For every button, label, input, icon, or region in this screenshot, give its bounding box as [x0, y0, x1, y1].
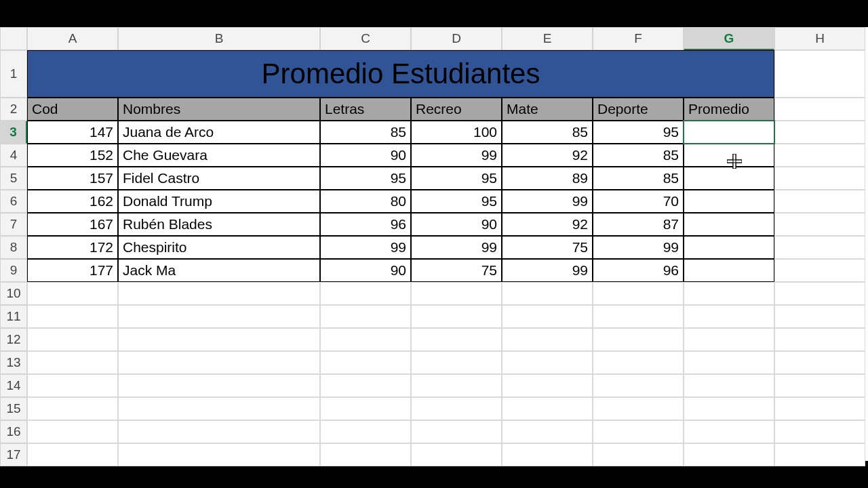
cell-E3[interactable]: 85: [502, 121, 593, 144]
cell-A12[interactable]: [27, 328, 118, 351]
cell-G17[interactable]: [684, 443, 774, 466]
title-cell[interactable]: Promedio Estudiantes: [27, 50, 774, 98]
header-promedio[interactable]: Promedio: [684, 98, 774, 121]
cell-B4[interactable]: Che Guevara: [118, 144, 320, 167]
cell-F11[interactable]: [593, 305, 684, 328]
row-header-4[interactable]: 4: [0, 144, 27, 167]
cell-C6[interactable]: 80: [320, 190, 411, 213]
cell-G4[interactable]: [684, 144, 774, 167]
cell-H10[interactable]: [774, 282, 865, 305]
cell-D12[interactable]: [411, 328, 502, 351]
row-header-7[interactable]: 7: [0, 213, 27, 236]
cell-A11[interactable]: [27, 305, 118, 328]
row-header-6[interactable]: 6: [0, 190, 27, 213]
cell-H17[interactable]: [774, 443, 865, 466]
cell-B5[interactable]: Fidel Castro: [118, 167, 320, 190]
cell-B14[interactable]: [118, 374, 320, 397]
cell-B8[interactable]: Chespirito: [118, 236, 320, 259]
cell-E5[interactable]: 89: [502, 167, 593, 190]
cell-G10[interactable]: [684, 282, 774, 305]
cell-D17[interactable]: [411, 443, 502, 466]
cell-B17[interactable]: [118, 443, 320, 466]
cell-B6[interactable]: Donald Trump: [118, 190, 320, 213]
cell-C4[interactable]: 90: [320, 144, 411, 167]
row-header-9[interactable]: 9: [0, 259, 27, 282]
cell-C5[interactable]: 95: [320, 167, 411, 190]
cell-B3[interactable]: Juana de Arco: [118, 121, 320, 144]
cell-G14[interactable]: [684, 374, 774, 397]
cell-G3[interactable]: [684, 121, 774, 144]
cell-A8[interactable]: 172: [27, 236, 118, 259]
cell-C12[interactable]: [320, 328, 411, 351]
cell-H2[interactable]: [774, 98, 865, 121]
cell-F14[interactable]: [593, 374, 684, 397]
cell-E17[interactable]: [502, 443, 593, 466]
cell-F3[interactable]: 95: [593, 121, 684, 144]
cell-A17[interactable]: [27, 443, 118, 466]
row-header-14[interactable]: 14: [0, 374, 27, 397]
cell-A5[interactable]: 157: [27, 167, 118, 190]
cell-G9[interactable]: [684, 259, 774, 282]
row-header-5[interactable]: 5: [0, 167, 27, 190]
cell-H15[interactable]: [774, 397, 865, 420]
column-header-A[interactable]: A: [27, 27, 118, 50]
row-header-16[interactable]: 16: [0, 420, 27, 443]
cell-F9[interactable]: 96: [593, 259, 684, 282]
cell-D7[interactable]: 90: [411, 213, 502, 236]
cell-E14[interactable]: [502, 374, 593, 397]
cell-C8[interactable]: 99: [320, 236, 411, 259]
cell-A14[interactable]: [27, 374, 118, 397]
cell-A7[interactable]: 167: [27, 213, 118, 236]
cell-B10[interactable]: [118, 282, 320, 305]
cell-C11[interactable]: [320, 305, 411, 328]
cell-B16[interactable]: [118, 420, 320, 443]
header-letras[interactable]: Letras: [320, 98, 411, 121]
cell-F13[interactable]: [593, 351, 684, 374]
header-cod[interactable]: Cod: [27, 98, 118, 121]
column-header-H[interactable]: H: [774, 27, 865, 50]
cell-A13[interactable]: [27, 351, 118, 374]
cell-D13[interactable]: [411, 351, 502, 374]
row-header-3[interactable]: 3: [0, 121, 27, 144]
cell-A3[interactable]: 147: [27, 121, 118, 144]
cell-G8[interactable]: [684, 236, 774, 259]
column-header-E[interactable]: E: [502, 27, 593, 50]
cell-G13[interactable]: [684, 351, 774, 374]
cell-C13[interactable]: [320, 351, 411, 374]
column-header-B[interactable]: B: [118, 27, 320, 50]
row-header-10[interactable]: 10: [0, 282, 27, 305]
cell-F15[interactable]: [593, 397, 684, 420]
cell-B7[interactable]: Rubén Blades: [118, 213, 320, 236]
cell-F8[interactable]: 99: [593, 236, 684, 259]
header-recreo[interactable]: Recreo: [411, 98, 502, 121]
row-header-1[interactable]: 1: [0, 50, 27, 98]
cell-D4[interactable]: 99: [411, 144, 502, 167]
cell-H9[interactable]: [774, 259, 865, 282]
cell-D3[interactable]: 100: [411, 121, 502, 144]
cell-C14[interactable]: [320, 374, 411, 397]
cell-H11[interactable]: [774, 305, 865, 328]
row-header-17[interactable]: 17: [0, 443, 27, 466]
row-header-8[interactable]: 8: [0, 236, 27, 259]
cell-G6[interactable]: [684, 190, 774, 213]
cell-H6[interactable]: [774, 190, 865, 213]
cell-D9[interactable]: 75: [411, 259, 502, 282]
cell-E13[interactable]: [502, 351, 593, 374]
select-all-corner[interactable]: [0, 27, 27, 50]
row-header-13[interactable]: 13: [0, 351, 27, 374]
cell-A9[interactable]: 177: [27, 259, 118, 282]
cell-C3[interactable]: 85: [320, 121, 411, 144]
cell-A16[interactable]: [27, 420, 118, 443]
cell-H7[interactable]: [774, 213, 865, 236]
sheet-grid[interactable]: ABCDEFGH1Promedio Estudiantes2CodNombres…: [0, 27, 868, 466]
column-header-G[interactable]: G: [684, 27, 774, 50]
cell-E4[interactable]: 92: [502, 144, 593, 167]
cell-H12[interactable]: [774, 328, 865, 351]
cell-H14[interactable]: [774, 374, 865, 397]
header-deporte[interactable]: Deporte: [593, 98, 684, 121]
row-header-15[interactable]: 15: [0, 397, 27, 420]
cell-C10[interactable]: [320, 282, 411, 305]
cell-E8[interactable]: 75: [502, 236, 593, 259]
cell-G5[interactable]: [684, 167, 774, 190]
cell-E15[interactable]: [502, 397, 593, 420]
